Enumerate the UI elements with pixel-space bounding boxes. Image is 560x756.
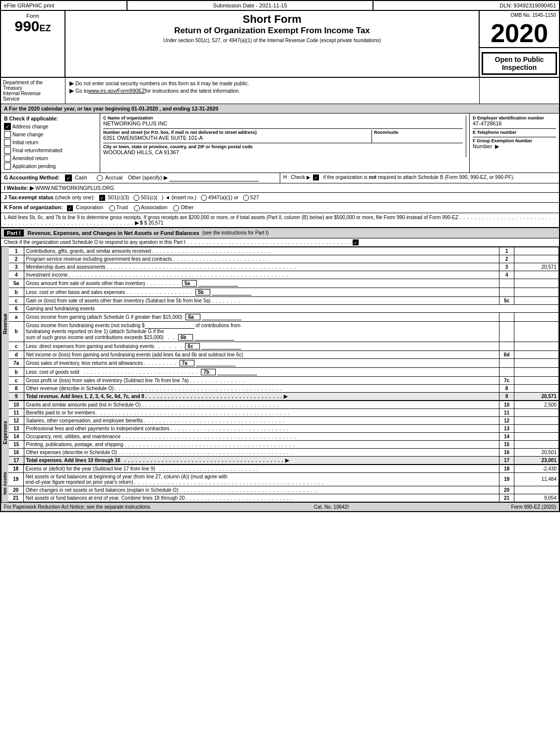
application-pending-checkbox[interactable] bbox=[4, 163, 11, 170]
j-501c-radio[interactable] bbox=[133, 195, 139, 201]
value-5b bbox=[212, 290, 251, 295]
line-value-7a bbox=[514, 358, 559, 367]
address-change-checkbox[interactable]: ✓ bbox=[4, 123, 11, 130]
line-right-6a bbox=[499, 312, 514, 321]
line-num-9: 9 bbox=[9, 392, 24, 400]
j-501c3-checkbox[interactable]: ✓ bbox=[99, 195, 105, 201]
line-right-20: 20 bbox=[499, 486, 514, 494]
cash-label: Cash bbox=[75, 174, 87, 180]
cb-name-change[interactable]: Name change bbox=[4, 131, 97, 138]
value-5a bbox=[198, 281, 238, 287]
expenses-content: 10 Grants and similar amounts paid (list… bbox=[9, 401, 559, 465]
cash-checkbox[interactable]: ✓ bbox=[65, 174, 72, 181]
line-desc-2: Program service revenue including govern… bbox=[24, 255, 499, 263]
accrual-radio[interactable] bbox=[97, 175, 103, 181]
line-num-6b: b bbox=[9, 321, 24, 342]
section-b: B Check if applicable: ✓ Address change … bbox=[1, 114, 100, 173]
line-num-14: 14 bbox=[9, 432, 24, 440]
part1-check-row: Check if the organization used Schedule … bbox=[1, 238, 559, 247]
table-row: 2 Program service revenue including gove… bbox=[9, 255, 559, 263]
section-g-cash-item[interactable]: ✓ Cash bbox=[65, 174, 88, 180]
table-row: d Net income or (loss) from gaming and f… bbox=[9, 350, 559, 358]
value-7a bbox=[196, 360, 236, 366]
final-return-label: Final return/terminated bbox=[12, 148, 62, 153]
value-6c bbox=[201, 344, 241, 349]
j-527-radio[interactable] bbox=[243, 195, 249, 201]
line-value-2 bbox=[514, 255, 559, 263]
instructions-center: ▶ Do not enter social security numbers o… bbox=[65, 78, 480, 104]
section-h-content: H Check ▶ ✓ if the organization is not r… bbox=[280, 173, 559, 183]
line-num-20: 20 bbox=[8, 486, 23, 494]
group-label: F Group Exemption Number bbox=[473, 138, 556, 143]
cb-amended-return[interactable]: Amended return bbox=[4, 155, 97, 162]
initial-return-label: Initial return bbox=[12, 140, 38, 145]
org-name: NETWORKING PLUS INC bbox=[103, 120, 463, 126]
line-value-10: 2,500 bbox=[514, 401, 559, 408]
cb-final-return[interactable]: Final return/terminated bbox=[4, 147, 97, 154]
arrow1: ▶ bbox=[69, 80, 73, 87]
dln-number: DLN: 93492319090451 bbox=[373, 1, 559, 10]
line-value-6c bbox=[514, 342, 559, 350]
cb-initial-return[interactable]: Initial return bbox=[4, 139, 97, 146]
dept-line2: Treasury bbox=[3, 85, 63, 91]
j-4947-radio[interactable] bbox=[201, 195, 207, 201]
section-b-label: B Check if applicable: bbox=[4, 116, 97, 121]
section-j-row: J Tax-exempt status (check only one): ✓ … bbox=[1, 193, 559, 203]
revenue-label: Revenue bbox=[1, 247, 9, 401]
line-desc-14: Occupancy, rent, utilities, and maintena… bbox=[24, 432, 499, 440]
initial-return-checkbox[interactable] bbox=[4, 139, 11, 146]
line-desc-6b: Gross income from fundraising events (no… bbox=[24, 321, 499, 342]
line-num-7c: c bbox=[9, 376, 24, 384]
table-row: b Gross income from fundraising events (… bbox=[9, 321, 559, 342]
line-value-12 bbox=[514, 416, 559, 424]
top-bar: eFile GRAPHIC print Submission Date - 20… bbox=[1, 1, 559, 11]
section-g-content: G Accounting Method: ✓ Cash Accrual Othe… bbox=[1, 173, 280, 183]
cb-address-change[interactable]: ✓ Address change bbox=[4, 123, 97, 130]
h-checkbox[interactable]: ✓ bbox=[313, 174, 319, 180]
form-label-box: Form 990 EZ bbox=[1, 11, 65, 77]
section-l-row: L Add lines 5b, 6c, and 7b to line 9 to … bbox=[1, 213, 559, 228]
line-right-14: 14 bbox=[499, 432, 514, 440]
net-assets-section: Net Assets 18 Excess or (deficit) for th… bbox=[1, 465, 559, 502]
page: eFile GRAPHIC print Submission Date - 20… bbox=[0, 0, 560, 512]
section-g-accrual-item[interactable]: Accrual bbox=[97, 174, 124, 180]
open-inspection-text: Open to Public Inspection bbox=[482, 52, 557, 75]
k-trust-radio[interactable] bbox=[109, 205, 115, 211]
amended-return-label: Amended return bbox=[12, 156, 48, 161]
k-assoc-radio[interactable] bbox=[134, 205, 140, 211]
line-desc-10: Grants and similar amounts paid (list in… bbox=[24, 401, 499, 408]
ein-label: D Employer identification number bbox=[473, 116, 556, 120]
efile-label: eFile GRAPHIC print bbox=[1, 1, 127, 10]
instr-text2b: for instructions and the latest informat… bbox=[145, 88, 240, 94]
line-value-11 bbox=[514, 408, 559, 416]
section-g-other-label: Other (specify) ▶ bbox=[128, 174, 168, 180]
section-d: D Employer identification number 47-4728… bbox=[470, 114, 559, 173]
line-value-6d bbox=[514, 350, 559, 358]
net-assets-table: 18 Excess or (deficit) for the year (Sub… bbox=[8, 465, 559, 502]
k-corp-checkbox[interactable]: ✓ bbox=[67, 205, 73, 211]
part1-check-checkbox[interactable]: ✓ bbox=[353, 239, 359, 245]
address-change-label: Address change bbox=[12, 124, 48, 129]
short-form-title: Short Form bbox=[69, 13, 475, 26]
instr-link[interactable]: www.irs.gov/Form990EZ bbox=[88, 88, 145, 94]
line-desc-6a: Gross income from gaming (attach Schedul… bbox=[24, 312, 499, 321]
dept-box: Department of the Treasury Internal Reve… bbox=[1, 78, 65, 104]
section-g-label: G Accounting Method: bbox=[4, 174, 60, 180]
box-5b: 5b bbox=[195, 289, 210, 295]
name-change-checkbox[interactable] bbox=[4, 131, 11, 138]
value-7b bbox=[217, 369, 257, 375]
amended-return-checkbox[interactable] bbox=[4, 155, 11, 162]
application-pending-label: Application pending bbox=[12, 164, 56, 169]
box-5a: 5a bbox=[182, 280, 197, 287]
final-return-checkbox[interactable] bbox=[4, 147, 11, 154]
k-other-radio[interactable] bbox=[173, 205, 179, 211]
net-assets-content: 18 Excess or (deficit) for the year (Sub… bbox=[8, 465, 559, 502]
expenses-section: Expenses 10 Grants and similar amounts p… bbox=[1, 401, 559, 465]
table-row: 1 Contributions, gifts, grants, and simi… bbox=[9, 247, 559, 255]
cb-application-pending[interactable]: Application pending bbox=[4, 163, 97, 170]
box-7a: 7a bbox=[180, 360, 194, 366]
line-right-2: 2 bbox=[499, 255, 514, 263]
table-row: 6 Gaming and fundraising events bbox=[9, 304, 559, 312]
line-num-2: 2 bbox=[9, 255, 24, 263]
line-desc-18: Excess or (deficit) for the year (Subtra… bbox=[23, 465, 499, 472]
